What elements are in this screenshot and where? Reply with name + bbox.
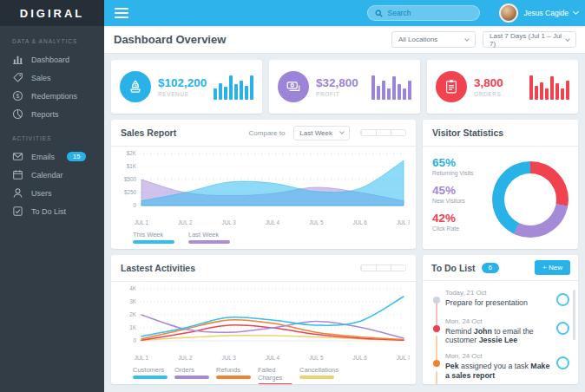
search-input[interactable]	[387, 9, 472, 17]
visitor-metric: 65% Returning Visits	[432, 156, 473, 176]
visitor-metric: 42% Click Rate	[432, 212, 473, 232]
visitor-metrics: 65% Returning Visits 45% New Visitors 42…	[432, 156, 473, 239]
avatar[interactable]	[499, 3, 518, 23]
range-tabs	[360, 265, 406, 271]
visitor-metric: 45% New Visitors	[432, 184, 473, 204]
svg-text:JUL 6: JUL 6	[353, 355, 368, 361]
timeline-connector	[436, 301, 437, 327]
sidebar-section-label: ACTIVITIES	[0, 123, 104, 147]
svg-text:JUL 5: JUL 5	[309, 219, 324, 225]
todo-checkbox[interactable]	[556, 322, 569, 335]
svg-text:JUL 6: JUL 6	[353, 219, 368, 225]
svg-text:JUL 3: JUL 3	[222, 219, 237, 225]
stat-card: 3,800 ORDERS	[427, 60, 578, 114]
new-todo-button[interactable]: + New	[535, 260, 570, 275]
menu-icon[interactable]	[115, 8, 128, 18]
stat-card: $32,800 PROFIT	[269, 60, 420, 114]
user-name: Jesus Cagide	[523, 9, 569, 17]
todo-item: Mon, 24 Oct Remind John to email the cus…	[429, 314, 573, 349]
search-box[interactable]	[367, 5, 480, 21]
card-title: Visitor Statistics	[432, 127, 503, 138]
sidebar-item[interactable]: Dashboard	[0, 50, 104, 69]
visitor-donut-chart	[492, 161, 569, 238]
activities-legend: Customers Orders Refunds Failed Charges	[111, 366, 416, 384]
metric-label: Returning Visits	[432, 170, 473, 176]
compare-dropdown[interactable]: Last Week	[293, 126, 350, 140]
compare-label: Compare to	[249, 129, 286, 137]
range-tabs	[360, 129, 406, 136]
tag-icon	[12, 72, 23, 83]
todo-date: Today, 21 Oct	[445, 289, 554, 297]
svg-text:3K: 3K	[129, 298, 137, 304]
sidebar-nav-analytics: Dashboard Sales $ Redemptions Reports	[0, 50, 104, 123]
dollar-circle-icon: $	[12, 90, 23, 101]
sidebar-item[interactable]: Calendar	[0, 166, 104, 184]
sales-report-card: Sales Report Compare to Last Week $2K$1K…	[111, 120, 416, 249]
location-filter-dropdown[interactable]: All Locations	[391, 31, 476, 48]
svg-text:JUL 4: JUL 4	[266, 219, 280, 225]
svg-text:JUL 7: JUL 7	[397, 219, 410, 225]
sidebar-item[interactable]: To Do List	[0, 202, 104, 220]
todo-checkbox[interactable]	[556, 293, 569, 306]
metric-value: 42%	[432, 212, 473, 225]
metric-label: New Visitors	[432, 198, 473, 204]
timeline-dot	[433, 325, 440, 332]
cash-icon	[278, 71, 309, 102]
sidebar-item[interactable]: Users	[0, 184, 104, 202]
page-header: Dashboard Overview All Locations Last 7 …	[104, 26, 585, 54]
timeline-connector	[436, 371, 437, 384]
date-filter-dropdown[interactable]: Last 7 Days (Jul 1 – Jul 7)	[483, 31, 576, 48]
visitor-statistics-card: Visitor Statistics 65% Returning Visits …	[423, 120, 578, 249]
svg-text:JUL 2: JUL 2	[178, 355, 193, 361]
stat-row: $ $102,200 REVENUE $32,800 PROFIT	[111, 60, 578, 114]
todo-item: Today, 21 Oct Prepare for presentation	[429, 285, 573, 314]
range-tab[interactable]	[391, 265, 405, 271]
user-menu[interactable]: Jesus Cagide	[499, 3, 578, 23]
metric-value: 65%	[432, 156, 473, 169]
money-bag-icon: $	[120, 71, 151, 102]
main-area: Dashboard Overview All Locations Last 7 …	[104, 26, 585, 392]
svg-text:JUL 4: JUL 4	[266, 355, 280, 361]
chevron-down-icon	[573, 9, 579, 15]
bar-chart-icon	[12, 54, 23, 65]
sidebar-item-label: Emails	[31, 153, 55, 161]
svg-text:JUL 7: JUL 7	[397, 355, 410, 361]
card-title: Lastest Activities	[121, 263, 195, 273]
scrollbar[interactable]	[573, 290, 575, 340]
svg-text:2K: 2K	[129, 311, 137, 317]
range-tab[interactable]	[376, 130, 391, 135]
chevron-down-icon	[565, 36, 570, 42]
sidebar-item[interactable]: $ Redemptions	[0, 87, 104, 105]
svg-text:0: 0	[133, 202, 136, 208]
range-tab[interactable]	[361, 265, 376, 271]
metric-label: Click Rate	[432, 225, 473, 232]
sidebar-item[interactable]: Emails 15	[0, 147, 104, 166]
sidebar: DATA & ANALYTICS Dashboard Sales $ Redem…	[0, 26, 104, 392]
dashboard-content: $ $102,200 REVENUE $32,800 PROFIT	[104, 54, 585, 384]
svg-text:JUL 2: JUL 2	[178, 219, 193, 225]
badge: 15	[67, 152, 86, 161]
legend-item: Failed Charges	[258, 366, 294, 384]
sidebar-item[interactable]: Reports	[0, 105, 104, 123]
app-logo: DIGIRAL	[0, 0, 104, 26]
sidebar-item-label: Reports	[31, 110, 59, 119]
todo-checkbox[interactable]	[556, 356, 569, 369]
range-tab[interactable]	[391, 130, 405, 135]
metric-value: 45%	[432, 184, 473, 197]
range-tab[interactable]	[376, 265, 391, 271]
sidebar-item-label: To Do List	[31, 207, 66, 216]
svg-text:JUL 5: JUL 5	[309, 355, 324, 361]
legend-item: Last Week	[188, 231, 230, 244]
activities-chart: 4K3K2K1K0JUL 1JUL 2JUL 3JUL 4JUL 5JUL 6J…	[115, 284, 410, 365]
todo-item: Mon, 24 Oct Pek assigned you a task Make…	[429, 349, 573, 383]
stat-sparkline	[528, 74, 569, 100]
stat-value: $102,200	[158, 76, 207, 89]
legend-item: This Week	[133, 231, 174, 244]
range-tab[interactable]	[361, 130, 376, 135]
stat-label: ORDERS	[474, 91, 503, 97]
svg-text:JUL 1: JUL 1	[135, 219, 149, 225]
sales-chart: $2K$1K$500$2500JUL 1JUL 2JUL 3JUL 4JUL 5…	[115, 148, 410, 230]
todo-text: Remind John to email the customer Jessie…	[445, 327, 554, 346]
sidebar-item[interactable]: Sales	[0, 69, 104, 87]
pie-chart-icon	[12, 108, 23, 120]
